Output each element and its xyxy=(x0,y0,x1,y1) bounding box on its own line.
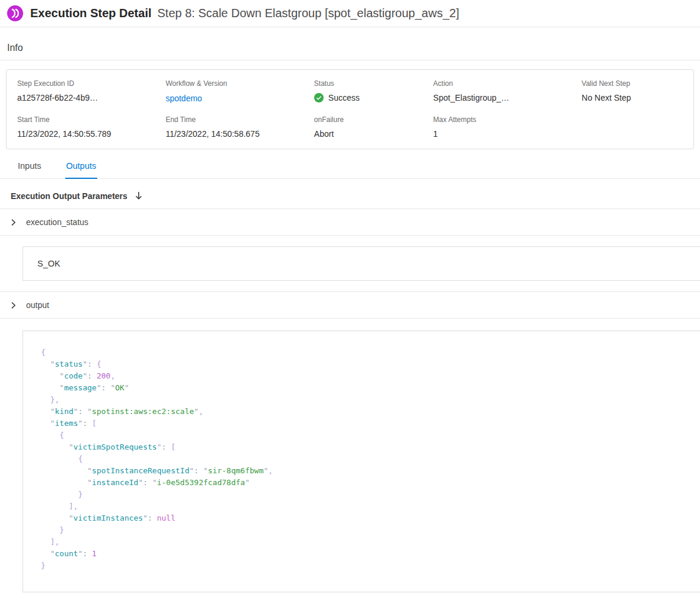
code-line: "spotInstanceRequestId": "sir-8qm6fbwm", xyxy=(41,465,683,477)
field-start-time: Start Time 11/23/2022, 14:50:55.789 xyxy=(17,116,165,139)
field-step-execution-id: Step Execution ID a125728f-6b22-4b9… xyxy=(17,79,165,104)
field-value: Spot_Elastigroup_… xyxy=(433,93,581,102)
tab-inputs[interactable]: Inputs xyxy=(17,158,43,178)
expand-row-output[interactable]: output xyxy=(0,292,700,319)
field-label: Workflow & Version xyxy=(165,79,314,88)
field-label: Valid Next Step xyxy=(581,79,683,88)
arrow-down-icon[interactable] xyxy=(135,191,143,201)
field-label: Start Time xyxy=(17,116,165,124)
code-line: "code": 200, xyxy=(41,370,683,382)
chevron-right-icon xyxy=(9,219,17,226)
field-onfailure: onFailure Abort xyxy=(314,116,433,139)
output-parameters-title: Execution Output Parameters xyxy=(11,191,127,201)
code-line: "message": "OK" xyxy=(41,382,683,394)
code-line: ], xyxy=(41,501,683,512)
field-status: Status Success xyxy=(314,79,433,104)
info-card: Step Execution ID a125728f-6b22-4b9… Wor… xyxy=(6,69,694,149)
code-line: "victimSpotRequests": [ xyxy=(41,441,683,453)
app-logo-icon xyxy=(7,5,23,21)
field-value: 11/23/2022, 14:50:55.789 xyxy=(17,129,165,139)
code-line: "instanceId": "i-0e5d5392fcad78dfa" xyxy=(41,477,683,489)
execution-status-section: S_OK xyxy=(0,236,700,292)
execution-step-detail-page: Execution Step Detail Step 8: Scale Down… xyxy=(0,0,700,603)
output-parameters-header: Execution Output Parameters xyxy=(0,179,700,209)
field-value: a125728f-6b22-4b9… xyxy=(17,93,165,102)
field-label: Status xyxy=(314,79,433,88)
field-end-time: End Time 11/23/2022, 14:50:58.675 xyxy=(165,116,314,139)
code-line: { xyxy=(41,453,683,465)
code-line: "items": [ xyxy=(41,418,683,429)
code-line: { xyxy=(41,429,683,441)
code-line: "count": 1 xyxy=(41,548,683,560)
field-label: End Time xyxy=(165,116,314,124)
tab-outputs[interactable]: Outputs xyxy=(65,158,98,179)
info-grid: Step Execution ID a125728f-6b22-4b9… Wor… xyxy=(17,79,683,139)
field-workflow-version: Workflow & Version spotdemo xyxy=(165,79,314,104)
output-json-code: { "status": { "code": 200, "message": "O… xyxy=(41,347,683,572)
field-empty xyxy=(581,116,683,139)
code-line: } xyxy=(41,560,683,572)
expand-row-execution-status[interactable]: execution_status xyxy=(0,209,700,236)
info-section-label: Info xyxy=(0,27,700,60)
code-line: "status": { xyxy=(41,358,683,370)
success-check-icon xyxy=(314,93,324,102)
status-text: Success xyxy=(328,93,360,102)
param-name: output xyxy=(26,300,49,310)
field-label: onFailure xyxy=(314,116,433,124)
output-json-box: { "status": { "code": 200, "message": "O… xyxy=(23,331,700,592)
field-label: Step Execution ID xyxy=(17,79,165,88)
chevron-right-icon xyxy=(9,302,17,309)
field-value: 1 xyxy=(433,129,581,139)
page-subtitle: Step 8: Scale Down Elastgroup [spot_elas… xyxy=(158,7,459,20)
code-line: ], xyxy=(41,536,683,548)
field-value: Abort xyxy=(314,129,433,139)
field-valid-next-step: Valid Next Step No Next Step xyxy=(581,79,683,104)
status-badge: Success xyxy=(314,93,433,102)
page-title: Execution Step Detail xyxy=(30,7,152,20)
title-row: Execution Step Detail Step 8: Scale Down… xyxy=(30,7,459,20)
code-line: }, xyxy=(41,394,683,406)
field-value: No Next Step xyxy=(581,93,683,102)
code-line: "kind": "spotinst:aws:ec2:scale", xyxy=(41,406,683,418)
code-line: } xyxy=(41,489,683,501)
output-section: { "status": { "code": 200, "message": "O… xyxy=(0,319,700,598)
execution-status-value-box: S_OK xyxy=(23,246,700,281)
field-action: Action Spot_Elastigroup_… xyxy=(433,79,581,104)
field-label: Max Attempts xyxy=(433,116,581,124)
field-max-attempts: Max Attempts 1 xyxy=(433,116,581,139)
code-line: { xyxy=(41,347,683,358)
field-value: 11/23/2022, 14:50:58.675 xyxy=(165,129,314,139)
field-label: Action xyxy=(433,79,581,88)
param-name: execution_status xyxy=(26,217,88,227)
code-line: "victimInstances": null xyxy=(41,512,683,524)
workflow-link[interactable]: spotdemo xyxy=(165,94,202,103)
code-line: } xyxy=(41,524,683,536)
tab-bar: Inputs Outputs xyxy=(0,149,700,179)
top-bar: Execution Step Detail Step 8: Scale Down… xyxy=(0,0,700,27)
